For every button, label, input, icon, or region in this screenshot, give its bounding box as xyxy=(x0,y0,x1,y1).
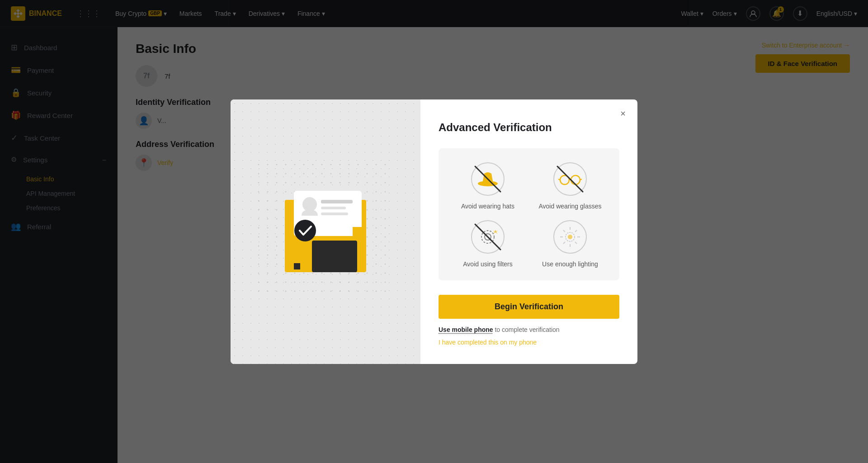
svg-line-37 xyxy=(563,242,565,244)
svg-line-23 xyxy=(557,166,583,192)
id-illustration xyxy=(258,164,393,299)
tips-grid: Avoid wearing hats Avoi xyxy=(439,148,619,280)
tip-label: Use enough lighting xyxy=(542,260,598,268)
begin-verification-button[interactable]: Begin Verification xyxy=(439,295,619,319)
completed-on-phone-link[interactable]: I have completed this on my phone xyxy=(439,339,619,346)
svg-rect-9 xyxy=(321,213,348,215)
advanced-verification-modal: × Advanced Verification Avoid wearing ha… xyxy=(231,99,637,364)
mobile-phone-link[interactable]: Use mobile phone xyxy=(439,326,493,333)
svg-rect-13 xyxy=(294,263,300,269)
tip-avoid-glasses: Avoid wearing glasses xyxy=(533,161,607,210)
svg-rect-12 xyxy=(353,227,362,236)
svg-line-27 xyxy=(475,224,500,250)
modal-overlay[interactable]: × Advanced Verification Avoid wearing ha… xyxy=(0,0,868,463)
lighting-icon xyxy=(552,219,588,255)
svg-line-16 xyxy=(475,166,500,192)
svg-line-36 xyxy=(575,230,577,232)
glasses-icon xyxy=(552,161,588,197)
modal-content: × Advanced Verification Avoid wearing ha… xyxy=(420,99,637,364)
svg-point-10 xyxy=(294,220,316,241)
filters-icon xyxy=(470,219,506,255)
svg-point-6 xyxy=(302,197,317,212)
tip-label: Avoid using filters xyxy=(463,260,512,268)
svg-line-35 xyxy=(575,242,577,244)
svg-line-34 xyxy=(563,230,565,232)
tip-avoid-filters: Avoid using filters xyxy=(451,219,524,268)
tip-use-lighting: Use enough lighting xyxy=(533,219,607,268)
svg-rect-8 xyxy=(321,207,346,209)
mobile-verification-text: Use mobile phone to complete verificatio… xyxy=(439,326,619,333)
svg-point-19 xyxy=(571,175,580,184)
svg-rect-11 xyxy=(312,241,357,272)
modal-close-button[interactable]: × xyxy=(616,107,630,121)
svg-rect-7 xyxy=(321,200,353,203)
svg-point-38 xyxy=(568,235,572,239)
tip-label: Avoid wearing glasses xyxy=(538,203,601,210)
hat-icon xyxy=(470,161,506,197)
tip-label: Avoid wearing hats xyxy=(461,203,514,210)
modal-illustration-panel xyxy=(231,99,420,364)
tip-avoid-hats: Avoid wearing hats xyxy=(451,161,524,210)
modal-title: Advanced Verification xyxy=(439,121,619,134)
